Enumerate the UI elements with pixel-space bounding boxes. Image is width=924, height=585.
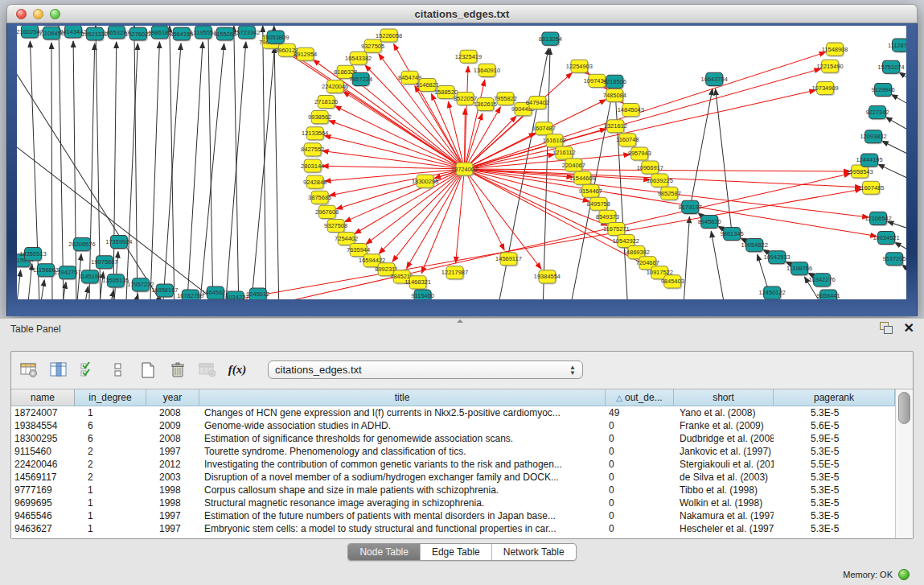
- graph-node[interactable]: 12215490: [816, 60, 843, 74]
- graph-node[interactable]: 10954822: [741, 239, 768, 253]
- graph-node[interactable]: 2718126: [314, 96, 338, 110]
- window-titlebar[interactable]: citations_edges.txt: [6, 4, 918, 23]
- graph-node[interactable]: 7857224: [349, 72, 372, 87]
- table-row[interactable]: 977716911998Corpus callosum shape and si…: [11, 484, 895, 496]
- graph-node[interactable]: 9154467: [579, 184, 602, 199]
- citation-network-graph[interactable]: 1872400715226058932750516543382818632822…: [17, 26, 906, 299]
- table-row[interactable]: 1938455462009Genome-wide association stu…: [11, 419, 895, 432]
- graph-node[interactable]: 18300295: [412, 175, 438, 189]
- graph-node[interactable]: 6986180: [148, 26, 171, 40]
- delete-column-icon[interactable]: [167, 360, 188, 381]
- graph-node[interactable]: 8945620: [698, 215, 721, 229]
- graph-node[interactable]: 9658441: [817, 290, 840, 299]
- zoom-window-icon[interactable]: [50, 9, 60, 19]
- graph-node[interactable]: 12217987: [441, 266, 468, 281]
- graph-node[interactable]: 10942533: [764, 251, 791, 266]
- graph-node[interactable]: 22420046: [322, 80, 348, 94]
- graph-node[interactable]: 8957943: [628, 147, 651, 162]
- graph-node[interactable]: 13505135: [102, 274, 129, 289]
- graph-node[interactable]: 12942757: [54, 266, 80, 281]
- graph-node[interactable]: 10034521: [873, 232, 899, 246]
- graph-node[interactable]: 16958167: [151, 284, 178, 299]
- graph-node[interactable]: 19975887: [91, 256, 117, 270]
- table-row[interactable]: 946362711997Embryonic stem cells: a mode…: [11, 522, 895, 535]
- table-selector-dropdown[interactable]: citations_edges.txt ▲▼: [268, 360, 583, 379]
- select-columns-icon[interactable]: [78, 360, 99, 381]
- column-visibility-icon[interactable]: [48, 360, 69, 381]
- graph-node[interactable]: 2204067: [562, 159, 585, 173]
- graph-node[interactable]: 1321612: [604, 120, 627, 134]
- column-header-pagerank[interactable]: pagerank: [774, 389, 895, 406]
- graph-node[interactable]: 14569117: [495, 253, 522, 267]
- graph-node[interactable]: 11468321: [405, 276, 431, 290]
- graph-node[interactable]: 9852587: [658, 187, 681, 201]
- table-row[interactable]: 946554611997Estimation of the future num…: [11, 509, 895, 522]
- graph-node[interactable]: 16782759: [177, 290, 203, 299]
- graph-node[interactable]: 20206576: [68, 238, 95, 253]
- graph-node[interactable]: 15723342: [233, 26, 260, 40]
- row-height-icon[interactable]: [108, 360, 129, 381]
- graph-node[interactable]: 10342276: [808, 274, 835, 288]
- graph-node[interactable]: 1145194: [79, 270, 102, 285]
- column-header-year[interactable]: year: [146, 389, 199, 406]
- column-header-in_degree[interactable]: in_degree: [75, 389, 146, 406]
- graph-node[interactable]: 10966917: [637, 161, 663, 175]
- memory-status-indicator-icon[interactable]: [898, 569, 910, 580]
- graph-node[interactable]: 9115460: [411, 290, 434, 299]
- graph-node[interactable]: 9861345: [721, 227, 744, 241]
- graph-node[interactable]: 12093832: [860, 130, 886, 145]
- graph-node[interactable]: 11198766: [786, 262, 812, 277]
- graph-node[interactable]: 3875685: [308, 191, 331, 205]
- graph-node[interactable]: 9845403: [661, 275, 684, 290]
- table-row[interactable]: 1830029562008Estimation of significance …: [11, 432, 895, 445]
- tab-edge-table[interactable]: Edge Table: [420, 544, 491, 560]
- graph-node[interactable]: 9129946: [871, 83, 894, 97]
- graph-node[interactable]: 2803144: [301, 159, 324, 174]
- column-header-name[interactable]: name: [11, 389, 75, 406]
- table-row[interactable]: 969969511998Structural magnetic resonanc…: [11, 496, 895, 509]
- graph-node[interactable]: 15751074: [877, 60, 904, 75]
- table-row[interactable]: 911546021997Tourette syndrome. Phenomeno…: [11, 445, 895, 458]
- graph-node[interactable]: 12254903: [566, 60, 593, 74]
- tab-network-table[interactable]: Network Table: [491, 544, 576, 560]
- graph-node[interactable]: 8813054: [539, 32, 562, 47]
- graph-node[interactable]: 9938562: [308, 111, 331, 126]
- new-table-icon[interactable]: [138, 360, 158, 381]
- graph-node[interactable]: 9218506: [603, 75, 626, 89]
- close-window-icon[interactable]: [16, 9, 27, 19]
- graph-node[interactable]: 19384554: [534, 270, 561, 285]
- graph-node[interactable]: 10639225: [647, 174, 673, 188]
- graph-node[interactable]: 1160748: [616, 134, 639, 148]
- graph-node[interactable]: 9242848: [303, 175, 326, 190]
- graph-node[interactable]: 11607485: [858, 181, 885, 196]
- scrollbar-thumb[interactable]: [898, 392, 910, 424]
- network-view-canvas[interactable]: 1872400715226058932750516543382818632822…: [17, 26, 906, 299]
- graph-node[interactable]: 11548908: [822, 43, 848, 57]
- graph-node[interactable]: 11544609: [569, 171, 596, 186]
- graph-node[interactable]: 14845043: [618, 104, 644, 118]
- graph-node[interactable]: 7485084: [603, 89, 626, 103]
- graph-node[interactable]: 12133564: [302, 127, 328, 142]
- graph-node[interactable]: 11128734: [888, 39, 906, 53]
- table-row[interactable]: 2242004622012Investigating the contribut…: [11, 458, 895, 471]
- table-row[interactable]: 1872400712008Changes of HCN gene express…: [11, 406, 895, 419]
- table-settings-icon[interactable]: [18, 360, 39, 381]
- table-vertical-scrollbar[interactable]: [895, 389, 913, 538]
- graph-node[interactable]: 12450122: [759, 286, 786, 299]
- graph-node[interactable]: 7955822: [494, 92, 517, 106]
- graph-node[interactable]: 10734909: [811, 81, 838, 96]
- graph-node[interactable]: 8427552: [301, 143, 324, 158]
- graph-node[interactable]: 12325419: [455, 50, 482, 64]
- graph-node[interactable]: 8679197: [679, 200, 702, 215]
- graph-node[interactable]: 17957222: [127, 278, 154, 293]
- graph-node[interactable]: 9245012: [246, 288, 269, 299]
- graph-node[interactable]: 9537205: [882, 253, 906, 267]
- function-builder-icon[interactable]: f(x): [227, 360, 248, 381]
- table-row[interactable]: 1456911722003Disruption of a novel membe…: [11, 471, 895, 484]
- column-header-title[interactable]: title: [199, 389, 606, 406]
- column-header-short[interactable]: short: [674, 389, 774, 406]
- graph-node[interactable]: 8495758: [587, 197, 610, 212]
- float-panel-icon[interactable]: [880, 322, 893, 334]
- minimize-window-icon[interactable]: [33, 9, 43, 19]
- graph-node[interactable]: 16643794: [701, 72, 728, 87]
